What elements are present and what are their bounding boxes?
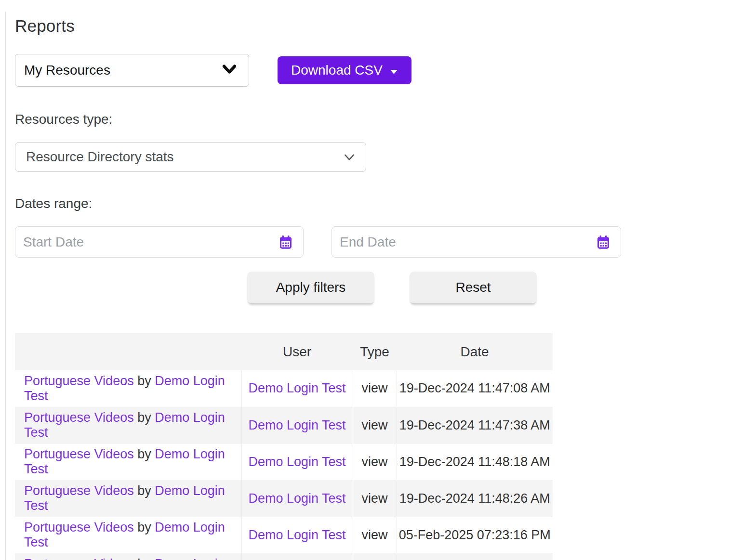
table-row: Portuguese Videos by Demo Login Test Dem…	[15, 407, 553, 443]
user-link[interactable]: Demo Login Test	[248, 455, 345, 469]
calendar-icon[interactable]	[596, 234, 611, 250]
user-link[interactable]: Demo Login Test	[248, 528, 345, 542]
resource-link[interactable]: Portuguese Videos	[24, 483, 134, 498]
user-cell: Demo Login Test	[241, 553, 353, 560]
user-cell: Demo Login Test	[241, 443, 353, 480]
resources-type-label: Resources type:	[15, 112, 756, 127]
end-date-field	[332, 226, 621, 258]
resource-cell: Portuguese Videos by Demo Login Test	[15, 517, 241, 553]
header-date: Date	[397, 333, 553, 370]
header-user: User	[241, 333, 353, 370]
date-cell: 19-Dec-2024 11:47:08 AM	[397, 370, 553, 407]
resource-link[interactable]: Portuguese Videos	[24, 557, 134, 560]
download-csv-label: Download CSV	[291, 63, 383, 78]
date-cell: 05-Feb-2025 07:23:16 PM	[397, 517, 553, 553]
page-title: Reports	[15, 16, 756, 36]
resource-cell: Portuguese Videos by Demo Login Test	[15, 443, 241, 480]
user-cell: Demo Login Test	[241, 480, 353, 517]
date-cell: 19-Dec-2024 11:48:18 AM	[397, 443, 553, 480]
resource-scope-select[interactable]: My Resources	[15, 54, 249, 87]
top-controls-row: My Resources Download CSV	[15, 54, 756, 87]
type-cell: view	[353, 443, 397, 480]
table-row: Portuguese Videos by Demo Login Test Dem…	[15, 517, 553, 553]
chevron-down-icon	[344, 149, 355, 165]
calendar-icon[interactable]	[278, 234, 293, 250]
resource-link[interactable]: Portuguese Videos	[24, 520, 134, 534]
user-cell: Demo Login Test	[241, 517, 353, 553]
download-csv-button[interactable]: Download CSV	[278, 56, 411, 84]
table-row: Portuguese Videos by Demo Login Test Dem…	[15, 370, 553, 407]
by-text: by	[137, 410, 151, 425]
type-cell: view	[353, 407, 397, 443]
table-row: Portuguese Videos by Demo Login Test Dem…	[15, 443, 553, 480]
type-cell: view	[353, 370, 397, 407]
header-type: Type	[353, 333, 397, 370]
table-row: Portuguese Videos by Demo Login Test Dem…	[15, 480, 553, 517]
type-cell: view	[353, 553, 397, 560]
by-text: by	[137, 520, 151, 534]
resources-type-value: Resource Directory stats	[26, 149, 174, 165]
type-cell: view	[353, 517, 397, 553]
date-cell: 19-Dec-2024 11:47:38 AM	[397, 407, 553, 443]
resources-type-select[interactable]: Resource Directory stats	[15, 142, 366, 172]
user-link[interactable]: Demo Login Test	[248, 418, 345, 432]
user-cell: Demo Login Test	[241, 370, 353, 407]
resource-link[interactable]: Portuguese Videos	[24, 374, 134, 388]
panel-left-border	[5, 12, 6, 560]
report-table: User Type Date Portuguese Videos by Demo…	[15, 333, 553, 560]
filter-buttons-row: Apply filters Reset	[15, 272, 756, 303]
date-cell: 03-Mar-2025 09:07:21 AM	[397, 553, 553, 560]
by-text: by	[137, 447, 151, 461]
report-table-body: Portuguese Videos by Demo Login Test Dem…	[15, 370, 553, 560]
resource-cell: Portuguese Videos by Demo Login Test	[15, 553, 241, 560]
date-cell: 19-Dec-2024 11:48:26 AM	[397, 480, 553, 517]
reports-page: Reports My Resources Download CSV Resour…	[15, 0, 756, 560]
report-table-header: User Type Date	[15, 333, 553, 370]
start-date-field	[15, 226, 304, 258]
resource-scope-value: My Resources	[24, 63, 110, 78]
dates-range-label: Dates range:	[15, 196, 756, 211]
resource-link[interactable]: Portuguese Videos	[24, 410, 134, 425]
type-cell: view	[353, 480, 397, 517]
dates-row	[15, 226, 756, 258]
start-date-input[interactable]	[15, 227, 303, 257]
resource-cell: Portuguese Videos by Demo Login Test	[15, 370, 241, 407]
apply-filters-button[interactable]: Apply filters	[247, 272, 374, 303]
by-text: by	[137, 557, 151, 560]
resource-cell: Portuguese Videos by Demo Login Test	[15, 480, 241, 517]
table-row: Portuguese Videos by Demo Login Test Dem…	[15, 553, 553, 560]
end-date-input[interactable]	[332, 227, 621, 257]
caret-down-icon	[390, 63, 398, 78]
reset-button[interactable]: Reset	[410, 272, 537, 303]
user-link[interactable]: Demo Login Test	[248, 491, 345, 506]
chevron-down-bold-icon	[222, 63, 237, 78]
user-link[interactable]: Demo Login Test	[248, 381, 345, 395]
user-cell: Demo Login Test	[241, 407, 353, 443]
resource-cell: Portuguese Videos by Demo Login Test	[15, 407, 241, 443]
resource-link[interactable]: Portuguese Videos	[24, 447, 134, 461]
by-text: by	[137, 483, 151, 498]
by-text: by	[137, 374, 151, 388]
header-resource	[15, 333, 241, 370]
